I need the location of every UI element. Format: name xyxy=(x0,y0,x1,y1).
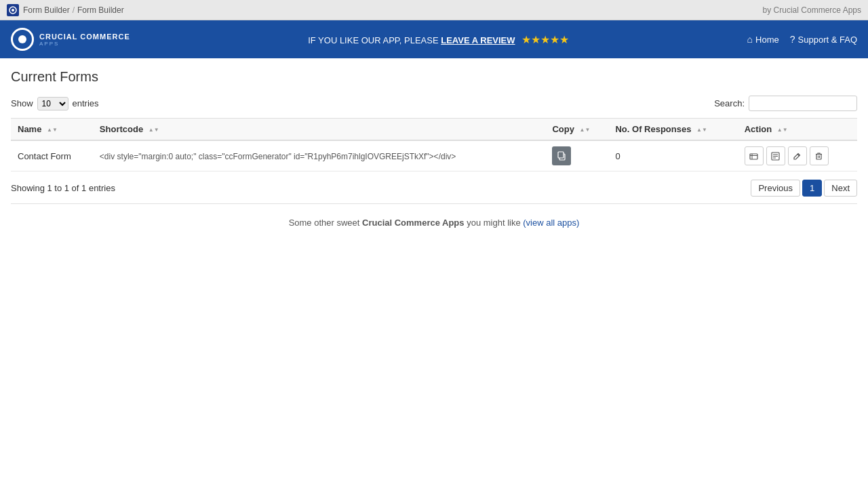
preview-button[interactable] xyxy=(766,146,785,165)
divider xyxy=(11,203,857,204)
col-responses: No. Of Responses ▲▼ xyxy=(608,119,737,141)
breadcrumb-separator: / xyxy=(73,5,75,15)
logo-circle-icon xyxy=(11,28,34,51)
breadcrumb-item-1[interactable]: Form Builder xyxy=(23,5,70,15)
nav-logo: CRUCIAL COMMERCE APPS xyxy=(11,28,130,51)
table-controls-top: Show 10 25 50 100 entries Search: xyxy=(11,96,857,111)
search-label: Search: xyxy=(714,98,745,108)
view-all-apps-link[interactable]: (view all apps) xyxy=(523,218,579,228)
show-entries: Show 10 25 50 100 entries xyxy=(11,97,99,110)
top-bar-left: Form Builder / Form Builder xyxy=(7,4,124,16)
nav-bar: CRUCIAL COMMERCE APPS IF YOU LIKE OUR AP… xyxy=(0,20,868,58)
logo-brand-text: CRUCIAL COMMERCE xyxy=(39,33,130,41)
table-controls-bottom: Showing 1 to 1 of 1 entries Previous 1 N… xyxy=(11,180,857,197)
top-bar-byline: by Crucial Commerce Apps xyxy=(763,5,861,15)
footer-text-pre: Some other sweet xyxy=(289,218,362,228)
svg-rect-3 xyxy=(558,152,564,158)
col-shortcode: Shortcode ▲▼ xyxy=(93,119,546,141)
footer-text-mid: you might like xyxy=(467,218,523,228)
previous-button[interactable]: Previous xyxy=(751,180,800,197)
entries-label: entries xyxy=(73,98,99,108)
row-actions xyxy=(738,140,857,171)
question-icon: ? xyxy=(790,34,795,45)
nav-promo: IF YOU LIKE OUR APP, PLEASE LEAVE A REVI… xyxy=(130,33,747,46)
col-name: Name ▲▼ xyxy=(11,119,93,141)
footer-brand: Crucial Commerce Apps xyxy=(362,218,465,228)
support-label: Support & FAQ xyxy=(798,35,857,45)
delete-button[interactable] xyxy=(810,146,829,165)
table-row: Contact Form <div style="margin:0 auto;"… xyxy=(11,140,857,171)
leave-review-link[interactable]: LEAVE A REVIEW xyxy=(441,35,515,45)
search-box: Search: xyxy=(714,96,857,111)
sort-arrows-copy: ▲▼ xyxy=(580,127,591,133)
sort-arrows-shortcode: ▲▼ xyxy=(149,127,159,133)
search-input[interactable] xyxy=(749,96,857,111)
action-buttons xyxy=(745,146,850,165)
breadcrumb: Form Builder / Form Builder xyxy=(23,5,124,15)
view-button[interactable] xyxy=(745,146,764,165)
copy-button[interactable] xyxy=(552,146,571,165)
edit-button[interactable] xyxy=(788,146,807,165)
col-copy: Copy ▲▼ xyxy=(545,119,608,141)
logo-inner-dot xyxy=(18,35,26,43)
shortcode-value: <div style="margin:0 auto;" class="ccFor… xyxy=(100,152,456,161)
row-name: Contact Form xyxy=(11,140,93,171)
main-content: Current Forms Show 10 25 50 100 entries … xyxy=(0,58,868,488)
svg-rect-13 xyxy=(816,154,821,159)
top-bar: Form Builder / Form Builder by Crucial C… xyxy=(0,0,868,20)
home-label: Home xyxy=(755,35,779,45)
row-copy xyxy=(545,140,608,171)
home-link[interactable]: ⌂ Home xyxy=(747,34,779,45)
entries-select[interactable]: 10 25 50 100 xyxy=(37,97,68,110)
col-action: Action ▲▼ xyxy=(738,119,857,141)
page-title: Current Forms xyxy=(11,69,857,85)
next-button[interactable]: Next xyxy=(824,180,857,197)
row-responses: 0 xyxy=(608,140,737,171)
logo-text: CRUCIAL COMMERCE APPS xyxy=(39,33,130,47)
svg-rect-4 xyxy=(750,154,757,159)
logo-sub-text: APPS xyxy=(39,41,130,47)
data-table: Name ▲▼ Shortcode ▲▼ Copy ▲▼ No. Of Resp… xyxy=(11,118,857,171)
footer-message: Some other sweet Crucial Commerce Apps y… xyxy=(11,218,857,228)
table-head: Name ▲▼ Shortcode ▲▼ Copy ▲▼ No. Of Resp… xyxy=(11,119,857,141)
home-icon: ⌂ xyxy=(747,34,753,45)
row-shortcode: <div style="margin:0 auto;" class="ccFor… xyxy=(93,140,546,171)
nav-right: ⌂ Home ? Support & FAQ xyxy=(747,34,857,45)
breadcrumb-item-2[interactable]: Form Builder xyxy=(77,5,124,15)
sort-arrows-action: ▲▼ xyxy=(777,127,788,133)
sort-arrows-name: ▲▼ xyxy=(47,127,58,133)
svg-point-1 xyxy=(12,9,14,12)
table-body: Contact Form <div style="margin:0 auto;"… xyxy=(11,140,857,171)
page-1-button[interactable]: 1 xyxy=(802,180,822,197)
star-rating: ★★★★★ xyxy=(521,34,569,45)
support-link[interactable]: ? Support & FAQ xyxy=(790,34,857,45)
app-logo-small xyxy=(7,4,19,16)
table-header-row: Name ▲▼ Shortcode ▲▼ Copy ▲▼ No. Of Resp… xyxy=(11,119,857,141)
show-label: Show xyxy=(11,98,33,108)
promo-text: IF YOU LIKE OUR APP, PLEASE xyxy=(308,35,441,45)
sort-arrows-responses: ▲▼ xyxy=(696,127,707,133)
showing-entries-text: Showing 1 to 1 of 1 entries xyxy=(11,183,115,193)
pagination: Previous 1 Next xyxy=(751,180,857,197)
